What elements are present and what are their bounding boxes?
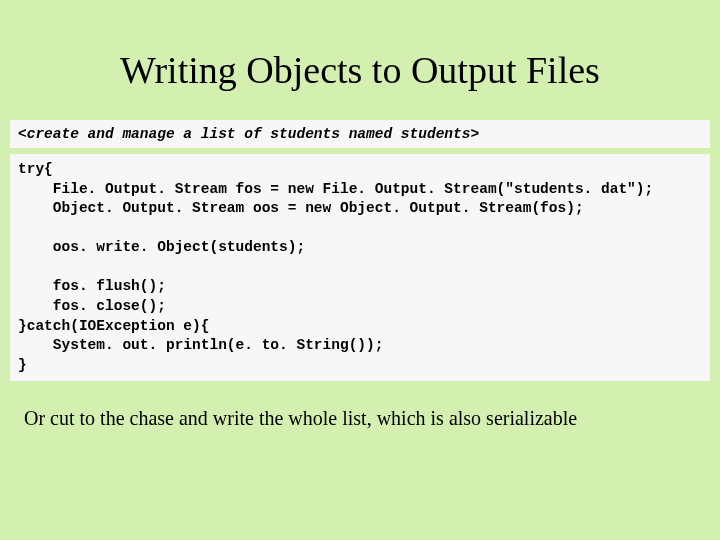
slide-footer-text: Or cut to the chase and write the whole …: [0, 381, 720, 430]
slide-title: Writing Objects to Output Files: [0, 0, 720, 120]
code-snippet-header: <create and manage a list of students na…: [10, 120, 710, 148]
code-snippet-body: try{ File. Output. Stream fos = new File…: [10, 154, 710, 381]
